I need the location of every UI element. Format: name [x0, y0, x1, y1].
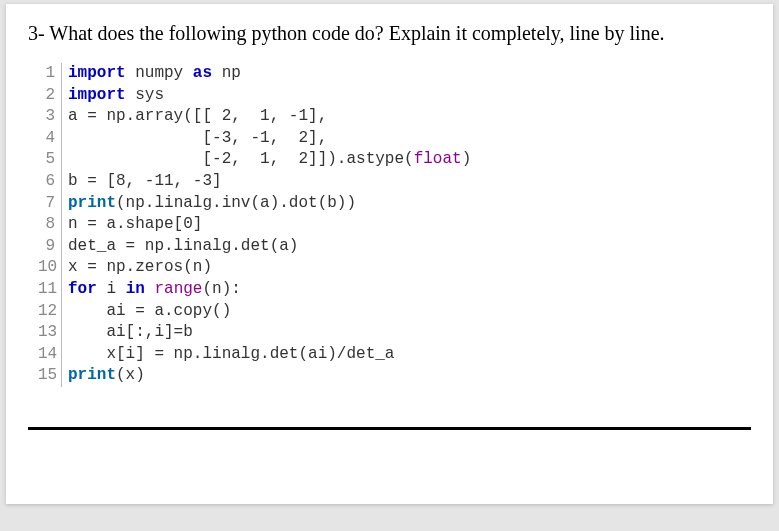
- code-line: 11for i in range(n):: [38, 279, 751, 301]
- code-content: x = np.zeros(n): [62, 257, 212, 279]
- line-number: 10: [38, 257, 62, 279]
- code-content: [-3, -1, 2],: [62, 128, 327, 150]
- code-line: 8n = a.shape[0]: [38, 214, 751, 236]
- line-number: 13: [38, 322, 62, 344]
- question-text: 3- What does the following python code d…: [28, 22, 751, 45]
- line-number: 5: [38, 149, 62, 171]
- line-number: 8: [38, 214, 62, 236]
- divider: [28, 427, 751, 430]
- code-content: ai = a.copy(): [62, 301, 231, 323]
- line-number: 7: [38, 193, 62, 215]
- code-line: 13 ai[:,i]=b: [38, 322, 751, 344]
- code-content: a = np.array([[ 2, 1, -1],: [62, 106, 327, 128]
- line-number: 12: [38, 301, 62, 323]
- code-content: print(x): [62, 365, 145, 387]
- code-line: 1import numpy as np: [38, 63, 751, 85]
- code-content: [-2, 1, 2]]).astype(float): [62, 149, 471, 171]
- code-content: x[i] = np.linalg.det(ai)/det_a: [62, 344, 394, 366]
- line-number: 11: [38, 279, 62, 301]
- line-number: 6: [38, 171, 62, 193]
- code-line: 14 x[i] = np.linalg.det(ai)/det_a: [38, 344, 751, 366]
- line-number: 14: [38, 344, 62, 366]
- line-number: 15: [38, 365, 62, 387]
- code-content: ai[:,i]=b: [62, 322, 193, 344]
- code-content: n = a.shape[0]: [62, 214, 202, 236]
- line-number: 9: [38, 236, 62, 258]
- line-number: 3: [38, 106, 62, 128]
- code-line: 4 [-3, -1, 2],: [38, 128, 751, 150]
- code-line: 15print(x): [38, 365, 751, 387]
- code-block: 1import numpy as np2import sys3a = np.ar…: [38, 63, 751, 387]
- code-line: 9det_a = np.linalg.det(a): [38, 236, 751, 258]
- line-number: 2: [38, 85, 62, 107]
- code-line: 6b = [8, -11, -3]: [38, 171, 751, 193]
- code-content: print(np.linalg.inv(a).dot(b)): [62, 193, 356, 215]
- code-line: 3a = np.array([[ 2, 1, -1],: [38, 106, 751, 128]
- code-content: det_a = np.linalg.det(a): [62, 236, 298, 258]
- document-page: 3- What does the following python code d…: [6, 4, 773, 504]
- code-line: 7print(np.linalg.inv(a).dot(b)): [38, 193, 751, 215]
- code-content: b = [8, -11, -3]: [62, 171, 222, 193]
- line-number: 1: [38, 63, 62, 85]
- code-line: 12 ai = a.copy(): [38, 301, 751, 323]
- code-line: 10x = np.zeros(n): [38, 257, 751, 279]
- code-line: 2import sys: [38, 85, 751, 107]
- line-number: 4: [38, 128, 62, 150]
- code-content: import numpy as np: [62, 63, 241, 85]
- code-content: for i in range(n):: [62, 279, 241, 301]
- code-content: import sys: [62, 85, 164, 107]
- code-line: 5 [-2, 1, 2]]).astype(float): [38, 149, 751, 171]
